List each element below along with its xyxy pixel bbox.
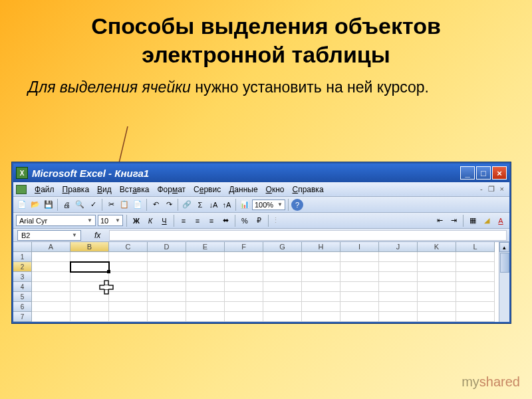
row-3[interactable]: 3 (13, 272, 32, 282)
cell-B1[interactable] (70, 252, 109, 262)
cell-K5[interactable] (418, 292, 456, 302)
cell-I1[interactable] (340, 252, 379, 262)
select-all-corner[interactable] (13, 242, 32, 252)
redo-icon[interactable]: ↷ (163, 199, 175, 211)
cell-I5[interactable] (340, 292, 379, 302)
cell-L5[interactable] (456, 292, 495, 302)
align-left-icon[interactable]: ≡ (178, 215, 190, 227)
help-icon[interactable]: ? (291, 199, 303, 211)
cell-D5[interactable] (148, 292, 186, 302)
cell-H7[interactable] (302, 312, 340, 322)
cell-H4[interactable] (302, 282, 340, 292)
col-J[interactable]: J (379, 242, 418, 252)
cell-G6[interactable] (263, 302, 302, 312)
cell-G1[interactable] (263, 252, 302, 262)
print-icon[interactable]: 🖨 (61, 199, 72, 211)
open-icon[interactable]: 📂 (29, 199, 41, 211)
cell-D6[interactable] (148, 302, 186, 312)
formula-input[interactable] (109, 230, 507, 241)
col-C[interactable]: C (109, 242, 148, 252)
scroll-up-icon[interactable]: ▴ (499, 242, 509, 252)
cell-E1[interactable] (186, 252, 225, 262)
fill-color-icon[interactable]: ◢ (481, 215, 493, 227)
percent-button[interactable]: % (239, 215, 251, 227)
cell-H3[interactable] (302, 272, 340, 282)
cell-J7[interactable] (379, 312, 418, 322)
vertical-scrollbar[interactable]: ▴ (499, 242, 509, 322)
cell-K6[interactable] (418, 302, 456, 312)
cell-I3[interactable] (340, 272, 379, 282)
row-4[interactable]: 4 (13, 282, 32, 292)
menu-insert[interactable]: Вставка (116, 184, 154, 196)
preview-icon[interactable]: 🔍 (74, 199, 86, 211)
cell-C5[interactable] (109, 292, 148, 302)
cell-D4[interactable] (148, 282, 186, 292)
align-right-icon[interactable]: ≡ (205, 215, 217, 227)
col-L[interactable]: L (456, 242, 495, 252)
close-button[interactable]: × (492, 166, 507, 180)
menu-format[interactable]: Формат (153, 184, 190, 196)
menu-view[interactable]: Вид (93, 184, 116, 196)
doc-minimize[interactable]: - (480, 185, 483, 194)
cell-L1[interactable] (456, 252, 495, 262)
cell-E5[interactable] (186, 292, 225, 302)
scroll-track[interactable] (499, 252, 509, 322)
col-G[interactable]: G (263, 242, 302, 252)
cell-K3[interactable] (418, 272, 456, 282)
fx-button[interactable]: fx (94, 230, 106, 241)
maximize-button[interactable]: □ (476, 166, 491, 180)
currency-icon[interactable]: ₽ (253, 215, 265, 227)
cell-A6[interactable] (32, 302, 70, 312)
cut-icon[interactable]: ✂ (105, 199, 117, 211)
row-6[interactable]: 6 (13, 302, 32, 312)
underline-button[interactable]: Ч (158, 215, 170, 227)
cell-I4[interactable] (340, 282, 379, 292)
cell-K2[interactable] (418, 262, 456, 272)
cell-B2[interactable] (70, 262, 109, 272)
cell-J3[interactable] (379, 272, 418, 282)
row-1[interactable]: 1 (13, 252, 32, 262)
indent-inc-icon[interactable]: ⇥ (448, 215, 460, 227)
scroll-thumb[interactable] (500, 253, 509, 273)
merge-icon[interactable]: ⬌ (219, 215, 231, 227)
cell-C7[interactable] (109, 312, 148, 322)
cell-B5[interactable] (70, 292, 109, 302)
new-icon[interactable]: 📄 (16, 199, 28, 211)
font-color-icon[interactable]: A (495, 215, 507, 227)
col-A[interactable]: A (32, 242, 70, 252)
menu-file[interactable]: Файл (31, 184, 59, 196)
cell-C4[interactable] (109, 282, 148, 292)
cell-E3[interactable] (186, 272, 225, 282)
cell-D2[interactable] (148, 262, 186, 272)
cell-H6[interactable] (302, 302, 340, 312)
cell-J1[interactable] (379, 252, 418, 262)
cell-F1[interactable] (225, 252, 263, 262)
indent-dec-icon[interactable]: ⇤ (434, 215, 446, 227)
link-icon[interactable]: 🔗 (181, 199, 193, 211)
row-7[interactable]: 7 (13, 312, 32, 322)
col-B[interactable]: B (70, 242, 109, 252)
cell-L2[interactable] (456, 262, 495, 272)
cell-G5[interactable] (263, 292, 302, 302)
cell-J2[interactable] (379, 262, 418, 272)
col-F[interactable]: F (225, 242, 263, 252)
sort-asc-icon[interactable]: ↓A (207, 199, 219, 211)
align-center-icon[interactable]: ≡ (192, 215, 203, 227)
border-icon[interactable]: ▦ (467, 215, 479, 227)
cell-B7[interactable] (70, 312, 109, 322)
menu-help[interactable]: Справка (288, 184, 327, 196)
cell-E6[interactable] (186, 302, 225, 312)
row-2[interactable]: 2 (13, 262, 32, 272)
cell-C3[interactable] (109, 272, 148, 282)
cell-F6[interactable] (225, 302, 263, 312)
cell-L7[interactable] (456, 312, 495, 322)
cell-I2[interactable] (340, 262, 379, 272)
cell-A7[interactable] (32, 312, 70, 322)
workbook-icon[interactable] (16, 185, 27, 194)
menu-edit[interactable]: Правка (59, 184, 94, 196)
cell-B6[interactable] (70, 302, 109, 312)
cell-A1[interactable] (32, 252, 70, 262)
cell-A4[interactable] (32, 282, 70, 292)
cell-I7[interactable] (340, 312, 379, 322)
chart-icon[interactable]: 📊 (239, 199, 251, 211)
